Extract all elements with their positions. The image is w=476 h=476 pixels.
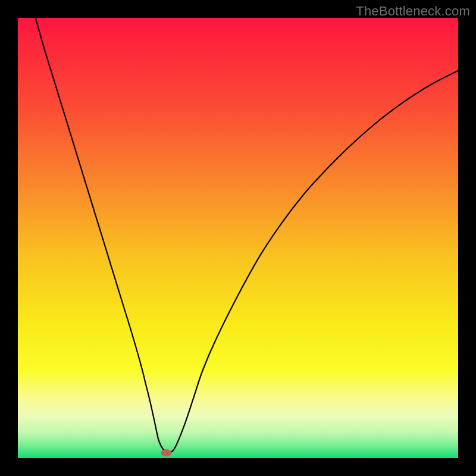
plot-area <box>18 18 458 458</box>
highlight-marker <box>161 449 171 456</box>
chart-svg <box>18 18 458 458</box>
gradient-background <box>18 18 458 458</box>
watermark-text: TheBottleneck.com <box>356 4 470 19</box>
chart-frame: TheBottleneck.com <box>0 0 476 476</box>
